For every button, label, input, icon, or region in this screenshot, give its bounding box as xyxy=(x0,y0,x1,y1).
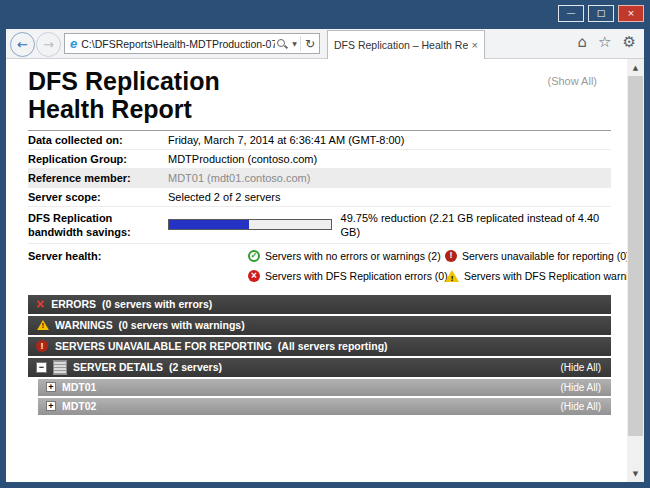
browser-chrome: ← → e C:\DFSReports\Health-MDTProduction… xyxy=(6,29,644,59)
scroll-up-button[interactable]: ▲ xyxy=(627,59,644,76)
section-warnings[interactable]: WARNINGS (0 servers with warnings) xyxy=(28,316,611,335)
field-row-replication-group: Replication Group: MDTProduction (contos… xyxy=(28,150,611,169)
chevron-down-icon[interactable]: ▼ xyxy=(292,40,297,47)
hide-all-link[interactable]: (Hide All) xyxy=(560,382,603,393)
field-label: Server scope: xyxy=(28,190,168,204)
back-button[interactable]: ← xyxy=(10,32,35,57)
field-row-data-collected: Data collected on: Friday, March 7, 2014… xyxy=(28,131,611,150)
vertical-scrollbar[interactable]: ▲ ▼ xyxy=(627,59,644,482)
check-circle-icon xyxy=(248,250,260,262)
minimize-icon: — xyxy=(567,9,576,18)
field-row-reference-member: Reference member: MDT01 (mdt01.contoso.c… xyxy=(28,169,611,188)
section-label: WARNINGS (0 servers with warnings) xyxy=(55,319,245,331)
section-label: SERVERS UNAVAILABLE FOR REPORTING (All s… xyxy=(55,340,388,352)
section-label: ERRORS (0 servers with errors) xyxy=(51,298,212,310)
home-icon[interactable]: ⌂ xyxy=(578,35,588,50)
address-divider xyxy=(300,36,301,51)
error-x-icon xyxy=(36,297,44,311)
minimize-button[interactable]: — xyxy=(558,5,584,22)
address-bar[interactable]: e C:\DFSReports\Health-MDTProduction-07M… xyxy=(64,33,320,54)
refresh-icon[interactable]: ↻ xyxy=(305,37,315,51)
warning-triangle-icon xyxy=(37,320,49,330)
server-health-row: Server health: Servers with no errors or… xyxy=(28,244,611,285)
close-button[interactable]: × xyxy=(618,5,644,22)
section-label: SERVER DETAILS (2 servers) xyxy=(73,361,222,373)
report-sections: ERRORS (0 servers with errors) WARNINGS … xyxy=(28,295,611,415)
health-item-errors: Servers with DFS Replication errors (0) xyxy=(248,269,433,283)
health-item-warnings: Servers with DFS Replication warnings (0… xyxy=(445,269,627,283)
server-icon xyxy=(53,360,67,375)
field-label: Replication Group: xyxy=(28,152,168,166)
browser-window: — □ × ← → e C:\DFSReports\Health-MDTProd… xyxy=(0,0,650,488)
maximize-icon: □ xyxy=(597,9,606,18)
field-label: DFS Replication bandwidth savings: xyxy=(28,211,168,239)
tab-title: DFS Replication – Health Re... xyxy=(334,39,468,51)
health-item-unavailable: Servers unavailable for reporting (0) xyxy=(445,249,627,263)
error-circle-icon xyxy=(248,270,260,282)
scroll-up-icon: ▲ xyxy=(633,64,638,72)
forward-arrow-icon: → xyxy=(43,37,54,52)
bandwidth-row: DFS Replication bandwidth savings: 49.75… xyxy=(28,207,611,244)
back-arrow-icon: ← xyxy=(17,37,28,52)
close-icon: × xyxy=(627,9,635,18)
page-title: DFS Replication Health Report xyxy=(28,67,611,124)
server-name: MDT01 xyxy=(62,381,96,393)
title-bar[interactable]: — □ × xyxy=(0,0,650,29)
health-item-text: Servers with DFS Replication errors (0) xyxy=(265,269,448,283)
field-value: Friday, March 7, 2014 at 6:36:41 AM (GMT… xyxy=(168,133,404,147)
server-row-mdt01[interactable]: MDT01 (Hide All) xyxy=(38,379,611,396)
tab-dfs-health-report[interactable]: DFS Replication – Health Re... × xyxy=(327,30,485,59)
bandwidth-progress-bar xyxy=(168,219,332,230)
window-controls: — □ × xyxy=(558,5,644,22)
maximize-button[interactable]: □ xyxy=(588,5,614,22)
chrome-action-icons: ⌂ ☆ ⚙ xyxy=(578,35,636,50)
health-item-ok: Servers with no errors or warnings (2) xyxy=(248,249,433,263)
warning-triangle-icon xyxy=(445,270,459,282)
page-content: DFS Replication Health Report (Show All)… xyxy=(6,59,644,482)
bandwidth-bar-fill xyxy=(169,220,249,229)
server-row-mdt02[interactable]: MDT02 (Hide All) xyxy=(38,398,611,415)
section-server-details[interactable]: SERVER DETAILS (2 servers) (Hide All) xyxy=(28,358,611,377)
scrollbar-thumb[interactable] xyxy=(628,76,643,436)
page-title-line2: Health Report xyxy=(28,95,611,123)
section-servers-unavailable[interactable]: SERVERS UNAVAILABLE FOR REPORTING (All s… xyxy=(28,337,611,356)
expand-plus-icon[interactable] xyxy=(46,382,56,392)
dfs-health-report: DFS Replication Health Report (Show All)… xyxy=(6,59,627,482)
scroll-down-button[interactable]: ▼ xyxy=(627,465,644,482)
field-label: Server health: xyxy=(28,249,168,283)
page-title-line1: DFS Replication xyxy=(28,67,611,95)
forward-button[interactable]: → xyxy=(36,32,61,57)
health-item-text: Servers with no errors or warnings (2) xyxy=(265,249,441,263)
favorites-star-icon[interactable]: ☆ xyxy=(598,35,611,50)
tab-close-icon[interactable]: × xyxy=(472,39,478,51)
field-value: MDTProduction (contoso.com) xyxy=(168,152,317,166)
unavailable-circle-icon xyxy=(36,340,48,352)
server-health-grid: Servers with no errors or warnings (2) S… xyxy=(248,249,627,283)
hide-all-link[interactable]: (Hide All) xyxy=(560,401,603,412)
bandwidth-text: 49.75% reduction (2.21 GB replicated ins… xyxy=(341,211,611,239)
scroll-down-icon: ▼ xyxy=(633,470,638,478)
hide-all-link[interactable]: (Hide All) xyxy=(560,362,603,373)
unavailable-circle-icon xyxy=(445,250,457,262)
settings-gear-icon[interactable]: ⚙ xyxy=(623,35,636,50)
health-item-text: Servers unavailable for reporting (0) xyxy=(462,249,627,263)
field-value: Selected 2 of 2 servers xyxy=(168,190,281,204)
section-errors[interactable]: ERRORS (0 servers with errors) xyxy=(28,295,611,314)
show-all-link[interactable]: (Show All) xyxy=(547,75,597,87)
search-icon[interactable] xyxy=(276,38,288,50)
collapse-minus-icon[interactable] xyxy=(36,362,47,373)
field-label: Reference member: xyxy=(28,171,168,185)
field-row-server-scope: Server scope: Selected 2 of 2 servers xyxy=(28,188,611,207)
expand-plus-icon[interactable] xyxy=(46,401,56,411)
field-value: MDT01 (mdt01.contoso.com) xyxy=(168,171,310,185)
ie-page-icon: e xyxy=(70,36,77,51)
server-name: MDT02 xyxy=(62,400,96,412)
health-item-text: Servers with DFS Replication warnings (0… xyxy=(464,269,627,283)
address-url[interactable]: C:\DFSReports\Health-MDTProduction-07M xyxy=(81,38,275,50)
field-label: Data collected on: xyxy=(28,133,168,147)
